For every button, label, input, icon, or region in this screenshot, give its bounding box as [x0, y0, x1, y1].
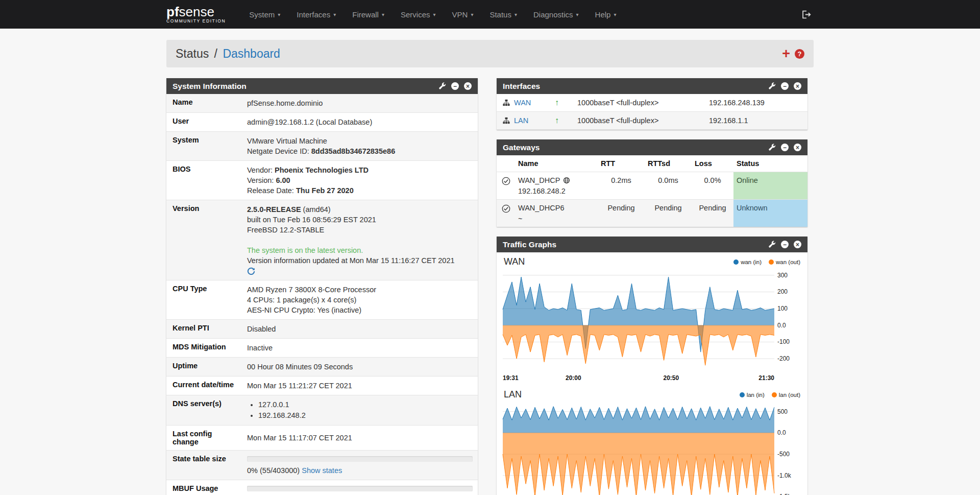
- gateway-row-wan_dhcp: WAN_DHCP192.168.248.20.2ms0.0ms0.0%Onlin…: [497, 172, 807, 200]
- close-icon[interactable]: ×: [794, 82, 801, 90]
- sysinfo-label: Current date/time: [166, 376, 242, 395]
- gateways-column-rttsd: RTTsd: [645, 155, 692, 172]
- check-circle-icon: [502, 204, 510, 213]
- dns-server: 127.0.0.1: [258, 399, 473, 410]
- svg-text:21:30: 21:30: [758, 374, 774, 382]
- sysinfo-row: DNS server(s)127.0.0.1192.168.248.2: [166, 395, 478, 426]
- caret-down-icon: ▾: [576, 12, 579, 17]
- nav-item-label: Firewall: [352, 10, 379, 19]
- sysinfo-value: pfSense.home.dominio: [242, 94, 478, 113]
- close-icon[interactable]: ×: [464, 82, 472, 90]
- gateway-name: WAN_DHCP: [518, 176, 560, 184]
- wan-chart-svg: 3002001000.0-100-20019:3120:0020:5021:30: [502, 267, 801, 384]
- gateway-rtt: Pending: [598, 200, 645, 227]
- svg-text:19:31: 19:31: [503, 374, 519, 382]
- legend-item: lan (in): [740, 392, 765, 398]
- gateways-table: NameRTTRTTsdLossStatusWAN_DHCP192.168.24…: [497, 155, 807, 227]
- top-navbar: pfsense COMMUNITY EDITION System▾Interfa…: [0, 0, 980, 29]
- sysinfo-label: System: [166, 132, 242, 161]
- minimize-icon[interactable]: −: [781, 241, 789, 248]
- sysinfo-value: 127.0.0.1192.168.248.2: [242, 395, 478, 426]
- gateways-panel: Gateways − × NameRTTRTTsdLossStatusWAN_D…: [497, 139, 807, 227]
- interface-link-lan[interactable]: LAN: [514, 116, 528, 125]
- wrench-icon[interactable]: [438, 82, 446, 90]
- gateway-rttsd: 0.0ms: [645, 172, 692, 200]
- sysinfo-value: VMware Virtual MachineNetgate Device ID:…: [242, 132, 478, 161]
- legend-dot-icon: [733, 260, 739, 265]
- sysinfo-value: Vendor: Phoenix Technologies LTDVersion:…: [242, 161, 478, 200]
- legend-dot-icon: [769, 260, 774, 265]
- wan-graph-title: WAN: [504, 256, 525, 267]
- nav-item-services[interactable]: Services▾: [393, 0, 444, 29]
- legend-item: wan (out): [769, 259, 800, 265]
- gateway-ip: ~: [518, 215, 595, 223]
- nav-item-label: Help: [595, 10, 611, 19]
- sysinfo-row: MBUF Usage0% (9180/1000000): [166, 480, 478, 495]
- sysinfo-value: 00 Hour 08 Minutes 09 Seconds: [242, 358, 478, 376]
- breadcrumb-separator: /: [214, 47, 217, 60]
- svg-text:-1.0k: -1.0k: [777, 472, 792, 479]
- minimize-icon[interactable]: −: [781, 82, 789, 90]
- minimize-icon[interactable]: −: [781, 144, 789, 151]
- wrench-icon[interactable]: [768, 241, 776, 248]
- svg-text:-1.5k: -1.5k: [777, 493, 792, 495]
- network-icon: [503, 99, 510, 106]
- caret-down-icon: ▾: [333, 12, 336, 17]
- system-information-header: System Information − ×: [166, 78, 478, 94]
- logout-icon[interactable]: [800, 8, 814, 21]
- gateway-rttsd: Pending: [645, 200, 692, 227]
- help-icon[interactable]: ?: [795, 49, 804, 59]
- show-states-link[interactable]: Show states: [302, 466, 342, 475]
- network-icon: [503, 117, 510, 124]
- dns-server: 192.168.248.2: [258, 410, 473, 421]
- svg-text:0.0: 0.0: [777, 322, 786, 329]
- nav-item-interfaces[interactable]: Interfaces▾: [288, 0, 344, 29]
- progress-bar: [247, 486, 473, 491]
- sysinfo-row: Version2.5.0-RELEASE (amd64)built on Tue…: [166, 200, 478, 280]
- breadcrumb-section[interactable]: Status: [176, 47, 209, 60]
- minimize-icon[interactable]: −: [451, 82, 459, 90]
- caret-down-icon: ▾: [433, 12, 436, 17]
- close-icon[interactable]: ×: [794, 144, 801, 151]
- legend-item: wan (in): [733, 259, 762, 265]
- add-widget-icon[interactable]: +: [782, 49, 790, 59]
- interface-link-wan[interactable]: WAN: [514, 99, 531, 107]
- close-icon[interactable]: ×: [794, 241, 801, 248]
- sysinfo-label: Version: [166, 200, 242, 280]
- svg-text:-500: -500: [777, 451, 790, 458]
- sysinfo-label: Kernel PTI: [166, 320, 242, 339]
- nav-item-vpn[interactable]: VPN▾: [444, 0, 482, 29]
- gateway-status: Online: [733, 172, 807, 200]
- sysinfo-row: NamepfSense.home.dominio: [166, 94, 478, 113]
- lan-traffic-graph: LANlan (in)lan (out)5000.0-500-1.0k-1.5k…: [497, 385, 807, 495]
- gateway-loss: 0.0%: [692, 172, 733, 200]
- sysinfo-row: SystemVMware Virtual MachineNetgate Devi…: [166, 132, 478, 161]
- interface-speed: 1000baseT <full-duplex>: [577, 116, 709, 125]
- nav-item-diagnostics[interactable]: Diagnostics▾: [525, 0, 587, 29]
- gateways-column-rtt: RTT: [598, 155, 645, 172]
- interface-row-wan: WAN↑1000baseT <full-duplex>192.168.248.1…: [497, 94, 807, 112]
- breadcrumb-current[interactable]: Dashboard: [223, 47, 280, 60]
- nav-item-label: Diagnostics: [533, 10, 573, 19]
- pfsense-logo[interactable]: pfsense COMMUNITY EDITION: [166, 6, 226, 23]
- nav-item-system[interactable]: System▾: [241, 0, 288, 29]
- legend-dot-icon: [740, 392, 745, 397]
- gateway-ip: 192.168.248.2: [518, 187, 595, 195]
- sysinfo-value: Mon Mar 15 11:21:27 CET 2021: [242, 376, 478, 395]
- sysinfo-label: Uptime: [166, 358, 242, 376]
- gateway-status: Unknown: [733, 200, 807, 227]
- interface-ip: 192.168.248.139: [709, 99, 801, 107]
- svg-text:-200: -200: [777, 355, 790, 362]
- nav-item-firewall[interactable]: Firewall▾: [344, 0, 393, 29]
- nav-item-help[interactable]: Help▾: [587, 0, 625, 29]
- sysinfo-row: Current date/timeMon Mar 15 11:21:27 CET…: [166, 376, 478, 395]
- nav-item-status[interactable]: Status▾: [481, 0, 525, 29]
- svg-text:200: 200: [777, 288, 788, 295]
- wrench-icon[interactable]: [768, 144, 776, 151]
- gateways-header-row: NameRTTRTTsdLossStatus: [497, 155, 807, 172]
- refresh-icon[interactable]: [247, 267, 255, 275]
- caret-down-icon: ▾: [382, 12, 384, 17]
- traffic-graphs-panel: Traffic Graphs − × WANwan (in)wan (out)3…: [497, 237, 807, 495]
- wrench-icon[interactable]: [768, 82, 776, 90]
- sysinfo-label: BIOS: [166, 161, 242, 200]
